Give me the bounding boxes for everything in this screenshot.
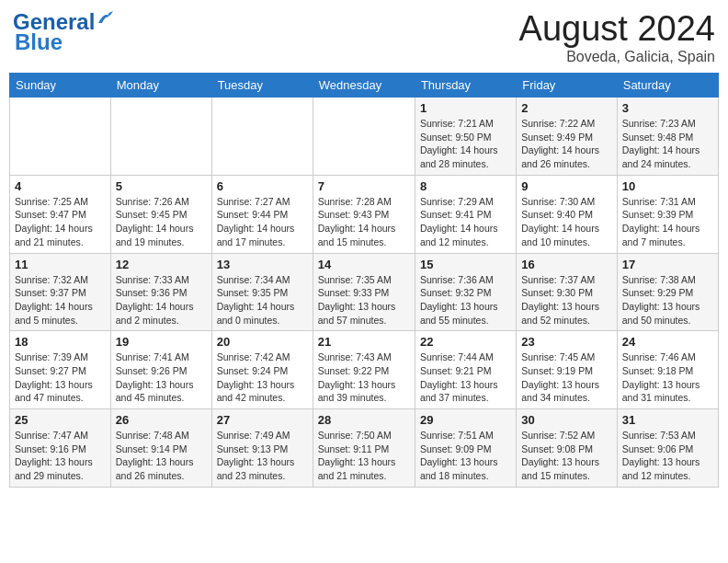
day-info: Sunrise: 7:28 AMSunset: 9:43 PMDaylight:… xyxy=(318,195,410,249)
calendar-cell: 20Sunrise: 7:42 AMSunset: 9:24 PMDayligh… xyxy=(211,331,313,409)
calendar-cell: 23Sunrise: 7:45 AMSunset: 9:19 PMDayligh… xyxy=(517,331,617,409)
calendar-cell xyxy=(110,98,211,176)
calendar-cell: 9Sunrise: 7:30 AMSunset: 9:40 PMDaylight… xyxy=(517,175,617,253)
calendar-cell: 31Sunrise: 7:53 AMSunset: 9:06 PMDayligh… xyxy=(617,409,718,488)
day-info: Sunrise: 7:51 AMSunset: 9:09 PMDaylight:… xyxy=(420,429,511,483)
location: Boveda, Galicia, Spain xyxy=(519,49,715,65)
week-row-3: 11Sunrise: 7:32 AMSunset: 9:37 PMDayligh… xyxy=(10,253,719,331)
calendar-cell: 13Sunrise: 7:34 AMSunset: 9:35 PMDayligh… xyxy=(211,253,313,331)
calendar-cell: 4Sunrise: 7:25 AMSunset: 9:47 PMDaylight… xyxy=(10,175,111,253)
calendar-cell: 7Sunrise: 7:28 AMSunset: 9:43 PMDaylight… xyxy=(313,175,415,253)
day-number: 4 xyxy=(15,179,106,193)
calendar-cell: 30Sunrise: 7:52 AMSunset: 9:08 PMDayligh… xyxy=(517,409,617,488)
calendar-cell: 28Sunrise: 7:50 AMSunset: 9:11 PMDayligh… xyxy=(313,409,415,488)
calendar: SundayMondayTuesdayWednesdayThursdayFrid… xyxy=(9,73,719,488)
calendar-cell xyxy=(313,98,415,176)
calendar-cell: 18Sunrise: 7:39 AMSunset: 9:27 PMDayligh… xyxy=(10,331,111,409)
week-row-4: 18Sunrise: 7:39 AMSunset: 9:27 PMDayligh… xyxy=(10,331,719,409)
calendar-cell xyxy=(10,98,111,176)
day-info: Sunrise: 7:52 AMSunset: 9:08 PMDaylight:… xyxy=(521,429,611,483)
calendar-cell: 29Sunrise: 7:51 AMSunset: 9:09 PMDayligh… xyxy=(415,409,516,488)
day-number: 6 xyxy=(217,179,308,193)
calendar-cell: 15Sunrise: 7:36 AMSunset: 9:32 PMDayligh… xyxy=(415,253,516,331)
day-info: Sunrise: 7:45 AMSunset: 9:19 PMDaylight:… xyxy=(521,350,611,405)
day-info: Sunrise: 7:34 AMSunset: 9:35 PMDaylight:… xyxy=(217,273,308,327)
day-number: 12 xyxy=(116,258,207,271)
day-info: Sunrise: 7:21 AMSunset: 9:50 PMDaylight:… xyxy=(420,117,511,171)
day-info: Sunrise: 7:43 AMSunset: 9:22 PMDaylight:… xyxy=(318,350,410,405)
calendar-cell: 21Sunrise: 7:43 AMSunset: 9:22 PMDayligh… xyxy=(313,331,415,409)
day-info: Sunrise: 7:33 AMSunset: 9:36 PMDaylight:… xyxy=(116,273,207,327)
day-number: 10 xyxy=(622,179,713,193)
calendar-cell: 1Sunrise: 7:21 AMSunset: 9:50 PMDaylight… xyxy=(415,98,516,176)
calendar-cell: 6Sunrise: 7:27 AMSunset: 9:44 PMDaylight… xyxy=(211,175,313,253)
calendar-cell: 19Sunrise: 7:41 AMSunset: 9:26 PMDayligh… xyxy=(110,331,211,409)
day-number: 26 xyxy=(116,413,207,427)
title-area: August 2024 Boveda, Galicia, Spain xyxy=(519,9,715,65)
calendar-cell: 25Sunrise: 7:47 AMSunset: 9:16 PMDayligh… xyxy=(10,409,111,488)
day-number: 30 xyxy=(521,413,611,427)
col-header-monday: Monday xyxy=(110,74,211,98)
day-info: Sunrise: 7:37 AMSunset: 9:30 PMDaylight:… xyxy=(521,273,611,327)
day-number: 20 xyxy=(217,335,308,349)
day-number: 23 xyxy=(521,335,611,349)
calendar-cell: 16Sunrise: 7:37 AMSunset: 9:30 PMDayligh… xyxy=(517,253,617,331)
col-header-wednesday: Wednesday xyxy=(313,74,415,98)
day-number: 11 xyxy=(15,258,106,271)
day-number: 15 xyxy=(420,258,511,271)
day-number: 22 xyxy=(420,335,511,349)
day-number: 24 xyxy=(622,335,713,349)
day-info: Sunrise: 7:53 AMSunset: 9:06 PMDaylight:… xyxy=(622,429,713,483)
day-info: Sunrise: 7:35 AMSunset: 9:33 PMDaylight:… xyxy=(318,273,410,327)
day-info: Sunrise: 7:23 AMSunset: 9:48 PMDaylight:… xyxy=(622,117,713,171)
day-number: 21 xyxy=(318,335,410,349)
day-info: Sunrise: 7:27 AMSunset: 9:44 PMDaylight:… xyxy=(217,195,308,249)
day-number: 16 xyxy=(521,258,611,271)
day-info: Sunrise: 7:22 AMSunset: 9:49 PMDaylight:… xyxy=(521,117,611,171)
day-info: Sunrise: 7:29 AMSunset: 9:41 PMDaylight:… xyxy=(420,195,511,249)
logo-bird-icon xyxy=(97,10,117,27)
day-number: 8 xyxy=(420,179,511,193)
calendar-cell: 14Sunrise: 7:35 AMSunset: 9:33 PMDayligh… xyxy=(313,253,415,331)
col-header-sunday: Sunday xyxy=(10,74,111,98)
col-header-thursday: Thursday xyxy=(415,74,516,98)
calendar-cell: 10Sunrise: 7:31 AMSunset: 9:39 PMDayligh… xyxy=(617,175,718,253)
day-number: 19 xyxy=(116,335,207,349)
calendar-cell xyxy=(211,98,313,176)
day-number: 9 xyxy=(521,179,611,193)
calendar-cell: 26Sunrise: 7:48 AMSunset: 9:14 PMDayligh… xyxy=(110,409,211,488)
day-number: 7 xyxy=(318,179,410,193)
calendar-cell: 11Sunrise: 7:32 AMSunset: 9:37 PMDayligh… xyxy=(10,253,111,331)
calendar-cell: 22Sunrise: 7:44 AMSunset: 9:21 PMDayligh… xyxy=(415,331,516,409)
col-header-friday: Friday xyxy=(517,74,617,98)
col-header-tuesday: Tuesday xyxy=(211,74,313,98)
day-number: 14 xyxy=(318,258,410,271)
week-row-1: 1Sunrise: 7:21 AMSunset: 9:50 PMDaylight… xyxy=(10,98,719,176)
col-header-saturday: Saturday xyxy=(617,74,718,98)
week-row-2: 4Sunrise: 7:25 AMSunset: 9:47 PMDaylight… xyxy=(10,175,719,253)
week-row-5: 25Sunrise: 7:47 AMSunset: 9:16 PMDayligh… xyxy=(10,409,719,488)
day-number: 17 xyxy=(622,258,713,271)
day-number: 2 xyxy=(521,101,611,115)
day-number: 18 xyxy=(15,335,106,349)
day-info: Sunrise: 7:44 AMSunset: 9:21 PMDaylight:… xyxy=(420,350,511,405)
day-info: Sunrise: 7:38 AMSunset: 9:29 PMDaylight:… xyxy=(622,273,713,327)
calendar-cell: 17Sunrise: 7:38 AMSunset: 9:29 PMDayligh… xyxy=(617,253,718,331)
day-info: Sunrise: 7:32 AMSunset: 9:37 PMDaylight:… xyxy=(15,273,106,327)
day-number: 29 xyxy=(420,413,511,427)
day-number: 25 xyxy=(15,413,106,427)
day-info: Sunrise: 7:26 AMSunset: 9:45 PMDaylight:… xyxy=(116,195,207,249)
day-number: 5 xyxy=(116,179,207,193)
day-info: Sunrise: 7:41 AMSunset: 9:26 PMDaylight:… xyxy=(116,350,207,405)
logo-blue: Blue xyxy=(15,29,63,54)
day-info: Sunrise: 7:31 AMSunset: 9:39 PMDaylight:… xyxy=(622,195,713,249)
day-number: 13 xyxy=(217,258,308,271)
day-info: Sunrise: 7:49 AMSunset: 9:13 PMDaylight:… xyxy=(217,429,308,483)
day-info: Sunrise: 7:48 AMSunset: 9:14 PMDaylight:… xyxy=(116,429,207,483)
month-year: August 2024 xyxy=(519,9,715,49)
day-number: 3 xyxy=(622,101,713,115)
calendar-cell: 24Sunrise: 7:46 AMSunset: 9:18 PMDayligh… xyxy=(617,331,718,409)
calendar-cell: 2Sunrise: 7:22 AMSunset: 9:49 PMDaylight… xyxy=(517,98,617,176)
day-info: Sunrise: 7:25 AMSunset: 9:47 PMDaylight:… xyxy=(15,195,106,249)
page-header: General Blue August 2024 Boveda, Galicia… xyxy=(9,9,719,65)
